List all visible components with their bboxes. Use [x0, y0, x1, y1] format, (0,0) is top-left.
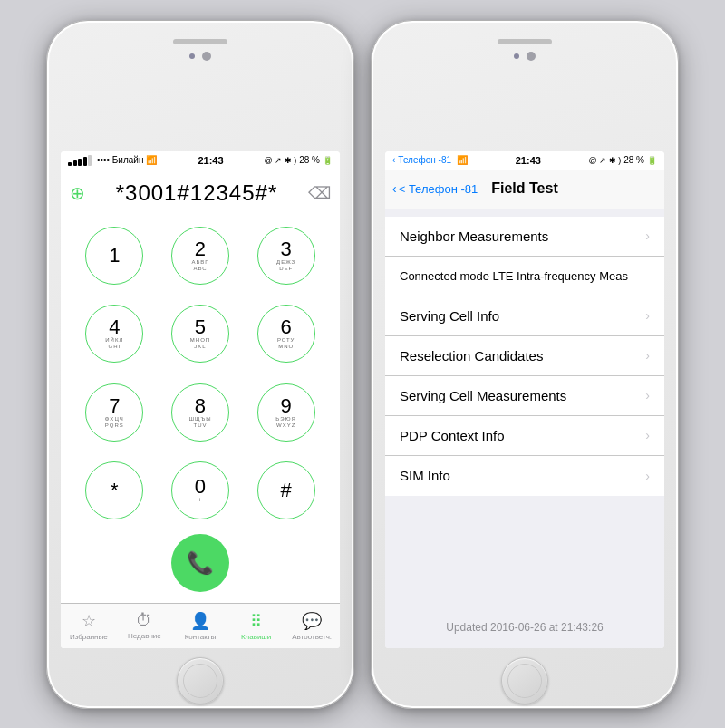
- chevron-icon-6: ›: [645, 469, 650, 483]
- signal-dot-2: [73, 160, 77, 166]
- iphone-fieldtest: ‹ Телефон -81 📶 21:43 @ ↗ ✱ ) 28 % 🔋 ‹ <…: [371, 20, 679, 709]
- recent-icon: ⏱: [136, 611, 152, 630]
- home-button[interactable]: [177, 657, 224, 704]
- signal-dot-1: [68, 162, 72, 166]
- home-button-2[interactable]: [501, 657, 548, 704]
- battery-icon: 🔋: [323, 156, 333, 165]
- contacts-icon: 👤: [190, 611, 210, 631]
- tab-favorites-label: Избранные: [70, 633, 108, 641]
- screen-dialer: •••• Билайн 📶 21:43 @ ↗ ✱ ) 28 % 🔋 ⊕ *30…: [61, 151, 340, 648]
- camera-row: [189, 52, 211, 61]
- key-9[interactable]: 9 ЬЭЮЯWXYZ: [257, 383, 315, 442]
- menu-item-neighbor-label: Neighbor Measurements: [400, 228, 548, 244]
- menu-list: Neighbor Measurements › Connected mode L…: [385, 217, 664, 496]
- tab-contacts-label: Контакты: [185, 633, 217, 641]
- time-display: 21:43: [198, 155, 223, 166]
- nav-bar: ‹ < Телефон -81 Field Test: [385, 170, 664, 209]
- mute-button-2[interactable]: [371, 139, 372, 166]
- add-contact-icon[interactable]: ⊕: [70, 182, 85, 204]
- menu-item-connected-label: Connected mode LTE Intra-frequency Meas: [400, 269, 628, 283]
- sensor-2: [514, 53, 519, 59]
- tab-contacts[interactable]: 👤 Контакты: [172, 604, 228, 648]
- backspace-icon[interactable]: ⌫: [308, 183, 331, 203]
- signal-dot-4: [83, 157, 87, 166]
- chevron-icon-4: ›: [645, 388, 650, 403]
- tab-recent-label: Недавние: [128, 632, 161, 640]
- menu-item-neighbor[interactable]: Neighbor Measurements ›: [385, 217, 664, 257]
- chevron-icon-5: ›: [645, 428, 650, 442]
- volume-up-button[interactable]: [46, 180, 47, 225]
- status-icons-2: @ ↗ ✱ ): [589, 156, 622, 165]
- menu-item-reselection-label: Reselection Candidates: [400, 348, 543, 364]
- power-button-2[interactable]: [678, 166, 679, 220]
- tab-keypad[interactable]: ⠿ Клавиши: [228, 604, 285, 648]
- speaker-grill-2: [498, 39, 552, 44]
- nav-back-button[interactable]: ‹ < Телефон -81: [392, 181, 478, 196]
- keypad: 1 2 АБВГАВС 3 ДЕЖЗDEF 4 ИЙКЛGHI 5: [61, 213, 340, 534]
- status-left: •••• Билайн 📶: [68, 155, 157, 166]
- key-star[interactable]: *: [85, 461, 143, 519]
- home-button-ring-2: [508, 664, 542, 698]
- key-2[interactable]: 2 АБВГАВС: [171, 227, 229, 285]
- voicemail-icon: 💬: [302, 611, 322, 631]
- footer-text: Updated 2016-06-26 at 21:43:26: [385, 607, 664, 648]
- tab-bar: ☆ Избранные ⏱ Недавние 👤 Контакты ⠿ Клав…: [61, 603, 340, 648]
- key-1[interactable]: 1: [85, 227, 143, 285]
- call-button[interactable]: 📞: [171, 534, 229, 592]
- dialer-screen: ⊕ *3001#12345#* ⌫ 1 2 АБВГАВС 3 ДЕЖЗDEF: [61, 170, 340, 648]
- menu-item-pdp-label: PDP Context Info: [400, 428, 505, 443]
- tab-voicemail-label: Автоответч.: [292, 633, 332, 641]
- volume-up-button-2[interactable]: [371, 180, 372, 225]
- status-left-2: ‹ Телефон -81 📶: [392, 155, 468, 165]
- tab-recent[interactable]: ⏱ Недавние: [117, 604, 173, 648]
- phone-icon: 📞: [187, 550, 214, 576]
- menu-item-serving-measurements-label: Serving Cell Measurements: [400, 388, 566, 403]
- call-button-row: 📞: [61, 534, 340, 603]
- key-0[interactable]: 0 +: [171, 461, 229, 519]
- speaker-grill: [173, 39, 227, 44]
- signal-dots: [68, 155, 92, 166]
- nav-title: Field Test: [491, 180, 558, 197]
- key-hash[interactable]: #: [257, 461, 315, 519]
- tab-favorites[interactable]: ☆ Избранные: [61, 604, 117, 648]
- key-5[interactable]: 5 МНОПJKL: [171, 305, 229, 363]
- status-bar-2: ‹ Телефон -81 📶 21:43 @ ↗ ✱ ) 28 % 🔋: [385, 151, 664, 170]
- key-8[interactable]: 8 ШЩЪЫTUV: [171, 383, 229, 442]
- menu-item-sim[interactable]: SIM Info ›: [385, 456, 664, 496]
- menu-item-connected[interactable]: Connected mode LTE Intra-frequency Meas: [385, 257, 664, 296]
- menu-item-serving-cell[interactable]: Serving Cell Info ›: [385, 296, 664, 336]
- key-4[interactable]: 4 ИЙКЛGHI: [85, 305, 143, 363]
- carrier-label-2: Телефон -81: [398, 155, 451, 165]
- status-bar: •••• Билайн 📶 21:43 @ ↗ ✱ ) 28 % 🔋: [61, 151, 340, 170]
- power-button[interactable]: [353, 166, 354, 220]
- volume-down-button-2[interactable]: [371, 234, 372, 279]
- menu-item-serving-cell-label: Serving Cell Info: [400, 308, 499, 324]
- chevron-icon-2: ›: [645, 308, 650, 323]
- keypad-icon: ⠿: [250, 611, 262, 631]
- menu-item-pdp[interactable]: PDP Context Info ›: [385, 416, 664, 456]
- menu-item-sim-label: SIM Info: [400, 468, 450, 483]
- back-label: < Телефон -81: [399, 182, 478, 196]
- chevron-icon-3: ›: [645, 348, 650, 363]
- field-test-screen: ‹ < Телефон -81 Field Test Neighbor Meas…: [385, 170, 664, 648]
- menu-item-serving-measurements[interactable]: Serving Cell Measurements ›: [385, 376, 664, 416]
- carrier-label: •••• Билайн: [97, 155, 143, 165]
- menu-item-reselection[interactable]: Reselection Candidates ›: [385, 336, 664, 376]
- key-7[interactable]: 7 ФХЦЧPQRS: [85, 383, 143, 442]
- screen-fieldtest: ‹ Телефон -81 📶 21:43 @ ↗ ✱ ) 28 % 🔋 ‹ <…: [385, 151, 664, 648]
- mute-button[interactable]: [46, 139, 47, 166]
- time-display-2: 21:43: [516, 155, 541, 166]
- tab-voicemail[interactable]: 💬 Автоответч.: [284, 604, 340, 648]
- iphone-dialer: •••• Билайн 📶 21:43 @ ↗ ✱ ) 28 % 🔋 ⊕ *30…: [46, 20, 354, 709]
- status-icons: @ ↗ ✱ ): [265, 156, 297, 165]
- signal-dot-5: [88, 155, 92, 166]
- key-3[interactable]: 3 ДЕЖЗDEF: [257, 227, 315, 285]
- dialer-input-row: ⊕ *3001#12345#* ⌫: [61, 170, 340, 213]
- tab-keypad-label: Клавиши: [241, 633, 271, 641]
- key-6[interactable]: 6 РСТУMNO: [257, 305, 315, 363]
- signal-dot-3: [78, 159, 82, 166]
- front-camera-2: [527, 52, 536, 61]
- chevron-icon-0: ›: [645, 228, 650, 243]
- volume-down-button[interactable]: [46, 234, 47, 279]
- status-right-2: @ ↗ ✱ ) 28 % 🔋: [589, 155, 657, 165]
